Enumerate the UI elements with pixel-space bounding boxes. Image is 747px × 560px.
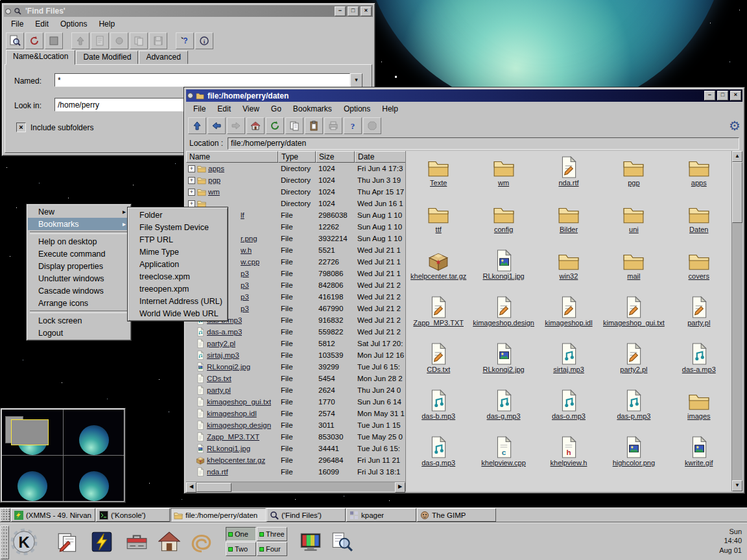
menu-item-help[interactable]: Help xyxy=(376,103,404,115)
info-icon[interactable]: i xyxy=(195,32,213,49)
submenu-item-internet-address-url[interactable]: Internet Address (URL) xyxy=(129,295,226,307)
submenu-item-world-wide-web-url[interactable]: World Wide Web URL xyxy=(129,307,226,320)
submenu-item-mime-type[interactable]: Mime Type xyxy=(129,246,226,258)
scroll-up-icon[interactable]: ▲ xyxy=(732,151,742,162)
document-icon[interactable] xyxy=(91,32,109,49)
file-icon-das-p-mp3[interactable]: das-p.mp3 xyxy=(601,388,666,435)
scrollbar-track[interactable] xyxy=(732,223,742,480)
scroll-left-icon[interactable]: ◀ xyxy=(186,482,196,493)
pager-desktop-1[interactable] xyxy=(2,410,63,455)
file-icon-mail[interactable]: mail xyxy=(601,248,666,295)
file-icon-config[interactable]: config xyxy=(471,202,536,248)
minimize-button[interactable]: − xyxy=(335,6,346,16)
tree-row[interactable]: +appsDirectory1024Fri Jun 4 17:3 xyxy=(186,163,405,174)
taskbar-grip[interactable] xyxy=(1,508,10,522)
energy-icon[interactable] xyxy=(88,528,115,555)
file-icon-khelpview-h[interactable]: hkhelpview.h xyxy=(536,435,601,482)
task-button-xmms-49-nirvan[interactable]: (XMMS - 49. Nirvan... xyxy=(11,508,95,522)
close-button[interactable]: × xyxy=(361,6,372,16)
file-icon-sirtaj-mp3[interactable]: sirtaj.mp3 xyxy=(536,342,601,388)
tree-row[interactable]: +wmDirectory1024Thu Apr 15 17 xyxy=(186,186,405,198)
file-icon-das-b-mp3[interactable]: das-b.mp3 xyxy=(406,388,471,435)
menu-item-edit[interactable]: Edit xyxy=(29,18,54,30)
file-icon-kimageshop-design[interactable]: kimageshop.design xyxy=(471,295,536,342)
pages-icon[interactable] xyxy=(130,32,148,49)
scroll-down-icon[interactable]: ▼ xyxy=(732,480,742,491)
sticky-pin-icon[interactable] xyxy=(5,8,11,14)
desktop-button-one[interactable]: One xyxy=(226,527,256,541)
file-icon-pgp[interactable]: pgp xyxy=(601,155,666,202)
tab-name-location[interactable]: Name&Location xyxy=(6,50,75,65)
file-icon-rlkonqi1-jpg[interactable]: RLkonqi1.jpg xyxy=(471,248,536,295)
find-files-titlebar[interactable]: 'Find Files' − □ × xyxy=(4,5,373,17)
shell-icon[interactable] xyxy=(188,528,215,555)
location-input[interactable] xyxy=(228,137,739,150)
menu-item-arrange-icons[interactable]: Arrange icons xyxy=(28,297,130,309)
toolbox-icon[interactable] xyxy=(123,528,150,555)
back-icon[interactable] xyxy=(208,117,226,134)
file-manager-window-icon[interactable] xyxy=(195,91,204,100)
desktop-button-three[interactable]: Three xyxy=(257,527,287,541)
menu-item-file[interactable]: File xyxy=(5,18,29,30)
menu-item-help[interactable]: Help xyxy=(93,18,121,30)
find-icon[interactable] xyxy=(328,528,355,555)
panel-clock[interactable]: Sun 14:40 Aug 01 xyxy=(719,527,742,555)
menu-item-edit[interactable]: Edit xyxy=(211,103,237,115)
file-icon-ttf[interactable]: ttf xyxy=(406,202,471,248)
tab-date-modified[interactable]: Date Modified xyxy=(76,51,138,64)
task-button-kpager[interactable]: kpager xyxy=(346,508,416,522)
tree-row[interactable]: das-a.mp3File559822Wed Jul 21 2 xyxy=(186,326,405,338)
tree-row[interactable]: kimageshop.designFile3011Tue Jun 1 15 xyxy=(186,419,405,431)
column-header-size[interactable]: Size xyxy=(316,151,355,163)
file-icon-das-q-mp3[interactable]: das-q.mp3 xyxy=(406,435,471,482)
submenu-item-treeclose-xpm[interactable]: treeclose.xpm xyxy=(129,270,226,283)
k-menu-button[interactable]: K xyxy=(10,528,38,555)
up-icon[interactable] xyxy=(188,117,206,134)
column-header-type[interactable]: Type xyxy=(278,151,316,163)
forward-icon[interactable] xyxy=(227,117,245,134)
file-icon-highcolor-png[interactable]: highcolor.png xyxy=(601,435,666,482)
menu-item-file[interactable]: File xyxy=(187,103,211,115)
display-settings-icon[interactable] xyxy=(297,528,324,555)
vertical-scrollbar[interactable]: ▲ ▼ xyxy=(731,151,742,491)
home-icon[interactable] xyxy=(246,117,265,134)
maximize-button[interactable]: □ xyxy=(717,91,728,100)
submenu-item-folder[interactable]: Folder xyxy=(129,209,226,221)
named-input[interactable] xyxy=(54,73,350,87)
expander-icon[interactable]: + xyxy=(188,200,195,207)
scrollbar-thumb[interactable] xyxy=(732,162,742,223)
include-subfolders-checkbox[interactable]: × xyxy=(16,122,26,132)
column-header-date[interactable]: Date xyxy=(355,151,405,163)
menu-item-display-properties[interactable]: Display properties xyxy=(28,260,130,272)
tree-row[interactable]: kimageshop_gui.txtFile1770Sun Jun 6 14 xyxy=(186,396,405,408)
documents-icon[interactable] xyxy=(54,528,82,555)
file-icon-rlkonqi2-jpg[interactable]: RLkonqi2.jpg xyxy=(471,342,536,388)
menu-item-lock-screen[interactable]: Lock screen xyxy=(28,314,130,327)
menu-item-new[interactable]: New▸ xyxy=(28,205,130,218)
file-icon-covers[interactable]: covers xyxy=(667,248,731,295)
desktop-button-four[interactable]: Four xyxy=(257,542,287,556)
menu-item-help-on-desktop[interactable]: Help on desktop xyxy=(28,235,130,248)
reload-icon[interactable] xyxy=(25,32,43,49)
close-button[interactable]: × xyxy=(730,91,741,100)
file-icon-wm[interactable]: wm xyxy=(471,155,536,202)
maximize-button[interactable]: □ xyxy=(348,6,359,16)
desktop-button-two[interactable]: Two xyxy=(226,542,256,556)
file-icon-kimageshop-gui-txt[interactable]: kimageshop_gui.txt xyxy=(601,295,666,342)
sticky-pin-icon[interactable] xyxy=(187,93,193,99)
menu-item-execute-command[interactable]: Execute command xyxy=(28,248,130,260)
tree-row[interactable]: nda.rtfFile16099Fri Jul 3 18:1 xyxy=(186,466,405,478)
file-icon-kwrite-gif[interactable]: kwrite.gif xyxy=(667,435,731,482)
column-header-name[interactable]: Name xyxy=(186,151,278,163)
horizontal-scrollbar[interactable]: ◀ ▶ xyxy=(186,482,405,491)
file-icon-images[interactable]: images xyxy=(667,388,731,435)
file-icon-kimageshop-idl[interactable]: kimageshop.idl xyxy=(536,295,601,342)
tree-row[interactable]: RLkonqi1.jpgFile34441Tue Jul 6 15: xyxy=(186,443,405,454)
file-icon-nda-rtf[interactable]: nda.rtf xyxy=(536,155,601,202)
file-icon-das-a-mp3[interactable]: das-a.mp3 xyxy=(667,342,731,388)
tree-row[interactable]: ★khelpcenter.tar.gzFile296484Fri Jun 11 … xyxy=(186,454,405,466)
scroll-right-icon[interactable]: ▶ xyxy=(395,482,405,493)
submenu-item-treeopen-xpm[interactable]: treeopen.xpm xyxy=(129,283,226,295)
go-up-icon[interactable] xyxy=(71,32,89,49)
home-icon[interactable] xyxy=(156,528,183,555)
